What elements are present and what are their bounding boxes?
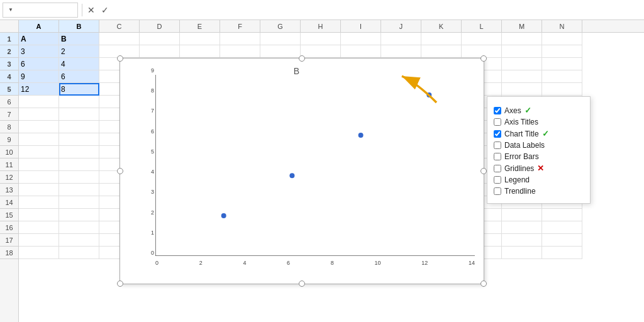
- handle-br[interactable]: [480, 280, 487, 287]
- cell-E2[interactable]: [180, 45, 220, 58]
- row-number-17[interactable]: 17: [0, 234, 18, 247]
- handle-tm[interactable]: [299, 55, 305, 62]
- cell-M18[interactable]: [502, 247, 542, 259]
- cell-M17[interactable]: [502, 234, 542, 247]
- cell-B15[interactable]: [59, 209, 99, 221]
- cell-B9[interactable]: [59, 133, 99, 146]
- cell-J2[interactable]: [381, 45, 421, 58]
- cell-B8[interactable]: [59, 121, 99, 133]
- handle-tr[interactable]: [480, 55, 487, 62]
- cell-A3[interactable]: 6: [19, 58, 59, 70]
- cell-N2[interactable]: [542, 45, 582, 58]
- cell-A13[interactable]: [19, 184, 59, 196]
- cell-D1[interactable]: [140, 33, 180, 45]
- cell-H1[interactable]: [301, 33, 341, 45]
- cell-D2[interactable]: [140, 45, 180, 58]
- cell-A7[interactable]: [19, 108, 59, 121]
- cell-M16[interactable]: [502, 221, 542, 234]
- col-header-L[interactable]: L: [462, 20, 502, 32]
- cell-A17[interactable]: [19, 234, 59, 247]
- cancel-icon[interactable]: ✕: [86, 5, 96, 15]
- cell-M1[interactable]: [502, 33, 542, 45]
- col-header-N[interactable]: N: [542, 20, 582, 32]
- col-header-D[interactable]: D: [140, 20, 180, 32]
- cell-N16[interactable]: [542, 221, 582, 234]
- col-header-K[interactable]: K: [421, 20, 462, 32]
- cell-B14[interactable]: [59, 196, 99, 209]
- col-header-M[interactable]: M: [502, 20, 542, 32]
- row-number-3[interactable]: 3: [0, 58, 18, 70]
- cell-J1[interactable]: [381, 33, 421, 45]
- row-number-18[interactable]: 18: [0, 247, 18, 259]
- row-number-6[interactable]: 6: [0, 96, 18, 108]
- cell-A11[interactable]: [19, 158, 59, 171]
- cell-M4[interactable]: [502, 70, 542, 83]
- cell-N5[interactable]: [542, 83, 582, 96]
- row-number-2[interactable]: 2: [0, 45, 18, 58]
- handle-tl[interactable]: [117, 55, 123, 62]
- cell-B18[interactable]: [59, 247, 99, 259]
- cell-K2[interactable]: [421, 45, 462, 58]
- cell-N4[interactable]: [542, 70, 582, 83]
- row-number-15[interactable]: 15: [0, 209, 18, 221]
- row-number-9[interactable]: 9: [0, 133, 18, 146]
- row-number-4[interactable]: 4: [0, 70, 18, 83]
- cell-A4[interactable]: 9: [19, 70, 59, 83]
- cell-L1[interactable]: [462, 33, 502, 45]
- row-number-1[interactable]: 1: [0, 33, 18, 45]
- row-number-12[interactable]: 12: [0, 171, 18, 184]
- cell-N3[interactable]: [542, 58, 582, 70]
- row-number-16[interactable]: 16: [0, 221, 18, 234]
- cell-C1[interactable]: [99, 33, 140, 45]
- cell-B2[interactable]: 2: [59, 45, 99, 58]
- confirm-icon[interactable]: ✓: [100, 5, 110, 15]
- row-number-11[interactable]: 11: [0, 158, 18, 171]
- cell-A16[interactable]: [19, 221, 59, 234]
- row-number-5[interactable]: 5: [0, 83, 18, 96]
- cell-G1[interactable]: [260, 33, 301, 45]
- formula-input[interactable]: [121, 3, 641, 17]
- handle-ml[interactable]: [117, 168, 123, 174]
- checkbox-legend[interactable]: [494, 176, 501, 184]
- cell-M15[interactable]: [502, 209, 542, 221]
- row-number-14[interactable]: 14: [0, 196, 18, 209]
- cell-B13[interactable]: [59, 184, 99, 196]
- cell-I1[interactable]: [341, 33, 381, 45]
- row-number-8[interactable]: 8: [0, 121, 18, 133]
- cell-E1[interactable]: [180, 33, 220, 45]
- cell-A15[interactable]: [19, 209, 59, 221]
- row-number-7[interactable]: 7: [0, 108, 18, 121]
- handle-bm[interactable]: [299, 280, 305, 287]
- cell-F2[interactable]: [220, 45, 260, 58]
- handle-bl[interactable]: [117, 280, 123, 287]
- cell-A10[interactable]: [19, 146, 59, 158]
- cell-M2[interactable]: [502, 45, 542, 58]
- checkbox-error-bars[interactable]: [494, 153, 501, 160]
- col-header-E[interactable]: E: [180, 20, 220, 32]
- checkbox-data-labels[interactable]: [494, 142, 501, 149]
- cell-B11[interactable]: [59, 158, 99, 171]
- cell-H2[interactable]: [301, 45, 341, 58]
- cell-B10[interactable]: [59, 146, 99, 158]
- cell-A9[interactable]: [19, 133, 59, 146]
- checkbox-axis-titles[interactable]: [494, 118, 501, 126]
- cell-A12[interactable]: [19, 171, 59, 184]
- cell-B1[interactable]: B: [59, 33, 99, 45]
- col-header-G[interactable]: G: [260, 20, 301, 32]
- row-number-10[interactable]: 10: [0, 146, 18, 158]
- cell-A14[interactable]: [19, 196, 59, 209]
- name-box-dropdown-icon[interactable]: ▼: [8, 7, 13, 13]
- checkbox-chart-title[interactable]: [494, 130, 501, 138]
- chart-area[interactable]: + ✎ ▽ Axes✓Axis TitlesChart Title✓Data L…: [119, 58, 484, 284]
- col-header-B[interactable]: B: [59, 20, 99, 32]
- row-number-13[interactable]: 13: [0, 184, 18, 196]
- cell-B16[interactable]: [59, 221, 99, 234]
- cell-A8[interactable]: [19, 121, 59, 133]
- cell-N18[interactable]: [542, 247, 582, 259]
- handle-mr[interactable]: [480, 168, 487, 174]
- name-box[interactable]: ▼: [3, 3, 78, 18]
- cell-N15[interactable]: [542, 209, 582, 221]
- cell-A18[interactable]: [19, 247, 59, 259]
- cell-F1[interactable]: [220, 33, 260, 45]
- cell-B5[interactable]: 8: [59, 83, 99, 96]
